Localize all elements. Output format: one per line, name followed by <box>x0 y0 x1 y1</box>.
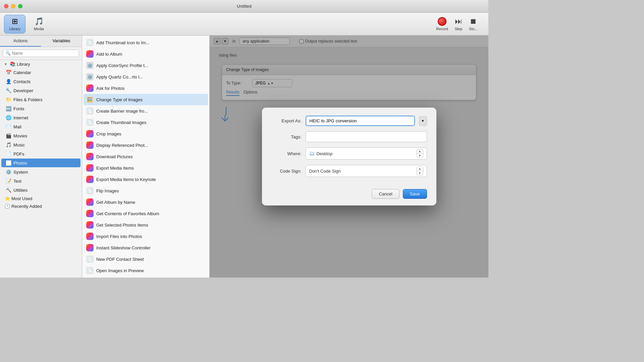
action-item-open-preview[interactable]: 📄 Open Images in Preview <box>84 265 208 276</box>
where-row: Where: 🗂 Desktop ▲ ▼ <box>271 147 427 160</box>
photos-icon: 🖼️ <box>5 160 11 166</box>
sidebar-item-contacts[interactable]: 👤 Contacts <box>1 77 80 86</box>
code-stepper-down-icon: ▼ <box>417 171 423 175</box>
save-button[interactable]: Save <box>403 189 427 199</box>
titlebar: Untitled <box>0 0 488 13</box>
where-stepper[interactable]: ▲ ▼ <box>417 149 423 158</box>
recently-added-label: Recently Added <box>11 204 42 209</box>
action-item-export-media[interactable]: Export Media Items <box>84 162 208 174</box>
tab-variables[interactable]: Variables <box>41 36 82 47</box>
action-item-favorites[interactable]: Get Contents of Favorites Album <box>84 208 208 219</box>
tags-label: Tags: <box>271 134 302 139</box>
window-controls <box>4 4 22 8</box>
action-item-flip[interactable]: 📄 Flip Images <box>84 185 208 196</box>
action-pdf-contact-icon: 📄 <box>86 255 94 263</box>
sidebar-item-calendar[interactable]: 📅 Calendar <box>1 68 80 77</box>
sidebar-item-utilities[interactable]: 🔨 Utilities <box>1 186 80 194</box>
search-input[interactable] <box>12 51 76 56</box>
code-sign-wrap: Don't Code Sign ▲ ▼ <box>306 165 427 177</box>
action-item-album-name[interactable]: Get Album by Name <box>84 196 208 208</box>
minimize-button[interactable] <box>11 4 15 8</box>
action-item-download[interactable]: Download Pictures <box>84 151 208 162</box>
text-icon: 📝 <box>5 178 11 184</box>
sidebar-item-fonts[interactable]: 🔤 Fonts <box>1 104 80 113</box>
stop-button[interactable]: ⏹ Sto... <box>466 16 480 32</box>
action-banner-icon: 📄 <box>86 107 94 115</box>
step-button[interactable]: ⏭ Step <box>452 16 465 32</box>
where-value: Desktop <box>317 151 415 156</box>
sidebar-item-system[interactable]: ⚙️ System <box>1 168 80 176</box>
code-sign-stepper[interactable]: ▲ ▼ <box>417 167 423 175</box>
export-as-dropdown-btn[interactable]: ▼ <box>419 116 427 126</box>
sidebar: Actions Variables 🔍 ▼ 📚 Library 📅 Calend… <box>0 36 82 278</box>
sidebar-item-mail[interactable]: ✉️ Mail <box>1 122 80 131</box>
action-open-preview-icon: 📄 <box>86 267 94 274</box>
action-item-import[interactable]: Import Files into Photos <box>84 231 208 242</box>
action-item-colorsync[interactable]: ⚙️ Apply ColorSync Profile t... <box>84 60 208 71</box>
close-button[interactable] <box>4 4 8 8</box>
action-item-thumbnail[interactable]: 📄 Add Thumbnail Icon to Im... <box>84 37 208 48</box>
library-tree-item[interactable]: ▼ 📚 Library <box>1 60 80 68</box>
action-item-selected-photos[interactable]: Get Selected Photos Items <box>84 219 208 231</box>
maximize-button[interactable] <box>18 4 22 8</box>
music-icon: 🎵 <box>5 142 11 147</box>
sidebar-item-internet[interactable]: 🌐 Internet <box>1 113 80 122</box>
action-import-icon <box>86 233 94 240</box>
action-download-icon <box>86 153 94 160</box>
action-item-slideshow[interactable]: Instant Slideshow Controller <box>84 242 208 253</box>
sidebar-item-text[interactable]: 📝 Text <box>1 177 80 185</box>
sidebar-item-files-folders[interactable]: 📁 Files & Folders <box>1 95 80 104</box>
record-dot <box>438 17 446 26</box>
media-button[interactable]: 🎵 Media <box>28 15 50 34</box>
action-change-type-icon: 🖼️ <box>86 96 94 103</box>
code-sign-value: Don't Code Sign <box>309 169 417 174</box>
action-item-quartz[interactable]: ⚙️ Apply Quartz Co...rto I... <box>84 71 208 82</box>
sidebar-item-recently-added[interactable]: 🕐 Recently Added <box>1 202 80 210</box>
action-thumbnail-icon: 📄 <box>86 39 94 46</box>
code-sign-label: Code Sign: <box>271 169 302 174</box>
action-item-change-type[interactable]: 🖼️ Change Type of Images <box>84 94 208 105</box>
action-item-display-photos[interactable]: Display Referenced Phot... <box>84 139 208 151</box>
stop-label: Sto... <box>469 27 478 31</box>
library-button[interactable]: ⊞ Library <box>4 15 25 34</box>
folder-icon: 🗂 <box>309 150 315 157</box>
action-item-pad[interactable]: 📄 Pad Images <box>84 276 208 278</box>
developer-icon: 🔧 <box>5 88 11 93</box>
action-item-add-album[interactable]: Add to Album <box>84 48 208 60</box>
tab-bar: Actions Variables <box>0 36 82 47</box>
dialog-body: Export As: ▼ Tags: Where: <box>262 108 436 189</box>
tags-input[interactable] <box>306 131 427 142</box>
sidebar-item-music[interactable]: 🎵 Music <box>1 140 80 149</box>
action-item-pdf-contact[interactable]: 📄 New PDF Contact Sheet <box>84 253 208 265</box>
action-item-crop[interactable]: Crop Images <box>84 128 208 139</box>
calendar-icon: 📅 <box>5 70 11 75</box>
export-as-input[interactable] <box>310 118 411 123</box>
action-item-banner[interactable]: 📄 Create Banner Image fro... <box>84 105 208 117</box>
sidebar-item-movies[interactable]: 🎬 Movies <box>1 131 80 140</box>
library-tree-label: Library <box>17 62 30 67</box>
action-thumbnail-images-icon: 📄 <box>86 119 94 126</box>
save-dialog: Export As: ▼ Tags: Where: <box>262 108 436 205</box>
sidebar-item-most-used[interactable]: ⭐ Most Used <box>1 195 80 202</box>
export-as-row: Export As: ▼ <box>271 116 427 126</box>
tree-toggle-icon: ▼ <box>4 62 8 66</box>
export-as-label: Export As: <box>271 118 302 123</box>
action-item-export-keynote[interactable]: Export Media Items to Keynote <box>84 174 208 185</box>
sidebar-item-pdfs[interactable]: 📄 PDFs <box>1 149 80 158</box>
action-colorsync-icon: ⚙️ <box>86 62 94 69</box>
right-panel: ▲ ▼ in any application Output replaces s… <box>210 36 488 278</box>
record-button[interactable]: Record <box>433 16 450 32</box>
cancel-button[interactable]: Cancel <box>372 189 399 199</box>
mail-icon: ✉️ <box>5 124 11 129</box>
action-item-ask-photos[interactable]: Ask for Photos <box>84 82 208 94</box>
tab-actions[interactable]: Actions <box>0 36 41 47</box>
library-icon: ⊞ <box>12 17 18 26</box>
stepper-up-icon: ▲ <box>417 149 423 154</box>
where-label: Where: <box>271 151 302 156</box>
search-icon: 🔍 <box>6 51 11 56</box>
sidebar-item-photos[interactable]: 🖼️ Photos <box>1 159 80 167</box>
stepper-down-icon: ▼ <box>417 154 423 158</box>
action-item-thumbnail-images[interactable]: 📄 Create Thumbnail Images <box>84 117 208 128</box>
sidebar-item-developer[interactable]: 🔧 Developer <box>1 86 80 95</box>
actions-list-panel: 📄 Add Thumbnail Icon to Im... Add to Alb… <box>82 36 210 278</box>
